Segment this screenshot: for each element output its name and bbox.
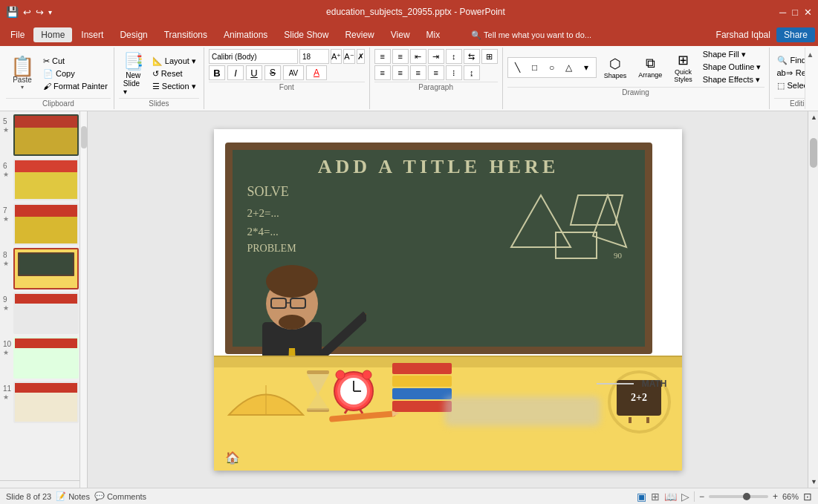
zoom-slider[interactable] xyxy=(709,495,768,498)
slide-thumb-11[interactable]: 11 ★ xyxy=(13,382,79,423)
left-scroll-thumb[interactable] xyxy=(81,126,87,148)
menu-review[interactable]: Review xyxy=(337,27,381,42)
copy-button[interactable]: 📄 Copy xyxy=(40,68,111,79)
math-line xyxy=(597,383,634,384)
comments-button[interactable]: 💬 Comments xyxy=(94,491,146,501)
shape-icon-2[interactable]: □ xyxy=(527,59,543,76)
layout-button[interactable]: 📐 Layout ▾ xyxy=(149,56,199,67)
shape-icon-3[interactable]: ○ xyxy=(544,59,560,76)
menu-tell-me[interactable]: 🔍 Tell me what you want to do... xyxy=(464,28,599,42)
font-shrink-button[interactable]: A⁻ xyxy=(343,49,354,64)
close-icon[interactable]: ✕ xyxy=(804,7,812,18)
slideshow-btn[interactable]: ▷ xyxy=(681,491,689,503)
slides-group: 📑 New Slide ▾ 📐 Layout ▾ ↺ Reset ☰ Secti… xyxy=(114,48,204,109)
zoom-out-btn[interactable]: − xyxy=(699,491,704,502)
zoom-in-btn[interactable]: + xyxy=(773,491,778,502)
arrange-button[interactable]: ⧉ Arrange xyxy=(634,54,666,80)
app-title: education_subjects_20955.pptx - PowerPoi… xyxy=(52,7,779,17)
save-icon[interactable]: 💾 xyxy=(6,6,19,18)
quick-styles-button[interactable]: ⊞ Quick Styles xyxy=(669,50,697,85)
increase-indent-button[interactable]: ⇥ xyxy=(428,49,444,64)
select-button[interactable]: ⬚ Select ▾ xyxy=(774,80,805,91)
restore-icon[interactable]: □ xyxy=(792,7,798,18)
shape-icon-1[interactable]: ╲ xyxy=(510,59,526,76)
right-scroll-up[interactable]: ▲ xyxy=(808,111,818,123)
undo-icon[interactable]: ↩ xyxy=(23,7,31,18)
new-slide-button[interactable]: 📑 New Slide ▾ xyxy=(119,50,148,97)
minimize-icon[interactable]: ─ xyxy=(779,7,786,18)
shape-outline-button[interactable]: Shape Outline ▾ xyxy=(700,62,765,73)
paste-dropdown[interactable]: ▾ xyxy=(21,84,24,91)
italic-button[interactable]: I xyxy=(227,65,244,80)
columns-button[interactable]: ⫶ xyxy=(446,65,462,80)
menu-design[interactable]: Design xyxy=(112,27,155,42)
align-center-button[interactable]: ≡ xyxy=(392,65,409,80)
font-color-button[interactable]: A xyxy=(306,65,327,80)
paste-label: Paste xyxy=(13,76,32,84)
font-name-input[interactable] xyxy=(209,49,298,64)
convert-text-button[interactable]: ⇆ xyxy=(464,49,480,64)
slide-thumb-8[interactable]: 8 ★ xyxy=(13,248,79,289)
shape-fill-button[interactable]: Shape Fill ▾ xyxy=(700,49,765,60)
shape-effects-button[interactable]: Shape Effects ▾ xyxy=(700,74,765,85)
menu-file[interactable]: File xyxy=(3,27,32,42)
ribbon-collapse-btn[interactable]: ▲ xyxy=(805,50,815,59)
normal-view-btn[interactable]: ▣ xyxy=(637,491,646,503)
slide-thumb-7[interactable]: 7 ★ xyxy=(13,203,79,245)
line-spacing-button[interactable]: ↨ xyxy=(464,65,480,80)
menu-home[interactable]: Home xyxy=(33,27,72,42)
svg-point-26 xyxy=(336,370,345,379)
section-button[interactable]: ☰ Section ▾ xyxy=(149,81,199,92)
cut-button[interactable]: ✂ Cut xyxy=(40,56,111,67)
bold-button[interactable]: B xyxy=(209,65,225,80)
menu-transitions[interactable]: Transitions xyxy=(157,27,215,42)
font-size-input[interactable] xyxy=(299,49,329,64)
text-direction-button[interactable]: ↕ xyxy=(446,49,462,64)
right-scroll-down[interactable]: ▼ xyxy=(808,476,818,488)
menu-slideshow[interactable]: Slide Show xyxy=(276,27,336,42)
smartart-button[interactable]: ⊞ xyxy=(481,49,498,64)
menu-animations[interactable]: Animations xyxy=(216,27,275,42)
menu-insert[interactable]: Insert xyxy=(74,27,111,42)
paste-icon: 📋 xyxy=(10,56,34,76)
menu-view[interactable]: View xyxy=(383,27,418,42)
char-spacing-button[interactable]: AV xyxy=(283,65,304,80)
zoom-slider-thumb[interactable] xyxy=(743,493,750,500)
decrease-indent-button[interactable]: ⇤ xyxy=(410,49,426,64)
slide-thumb-6[interactable]: 6 ★ xyxy=(13,159,79,200)
fit-slide-btn[interactable]: ⊡ xyxy=(803,491,812,503)
shape-icon-4[interactable]: △ xyxy=(561,59,577,76)
notes-label: Notes xyxy=(68,492,90,501)
menu-mix[interactable]: Mix xyxy=(419,27,448,42)
shapes-more[interactable]: ▾ xyxy=(578,59,594,76)
find-button[interactable]: 🔍 Find xyxy=(774,55,805,66)
shapes-button[interactable]: ⬡ Shapes xyxy=(600,54,632,81)
slide-thumb-10[interactable]: 10 ★ xyxy=(13,337,79,379)
svg-rect-17 xyxy=(307,370,329,374)
notes-button[interactable]: 📝 Notes xyxy=(56,491,90,501)
format-painter-button[interactable]: 🖌 Format Painter xyxy=(40,81,111,91)
bullets-button[interactable]: ≡ xyxy=(374,49,391,64)
status-right: ▣ ⊞ 📖 ▷ − + 66% ⊡ xyxy=(637,491,812,503)
slide-thumb-5[interactable]: 5 ★ xyxy=(13,114,79,156)
slide-thumb-9[interactable]: 9 ★ xyxy=(13,292,79,334)
slide-num-8: 8 xyxy=(3,251,7,259)
align-left-button[interactable]: ≡ xyxy=(374,65,391,80)
reset-button[interactable]: ↺ Reset xyxy=(149,68,199,79)
svg-marker-0 xyxy=(511,195,571,247)
share-button[interactable]: Share xyxy=(776,27,815,42)
right-scroll-thumb[interactable] xyxy=(810,138,817,168)
underline-button[interactable]: U xyxy=(246,65,262,80)
strikethrough-button[interactable]: S xyxy=(264,65,281,80)
justify-button[interactable]: ≡ xyxy=(428,65,444,80)
paste-button[interactable]: 📋 Paste ▾ xyxy=(6,49,39,98)
slide-sorter-btn[interactable]: ⊞ xyxy=(651,491,660,503)
slide-canvas[interactable]: ADD A TITLE HERE SOLVE 2+2=... 2*4=... P… xyxy=(214,129,682,471)
clear-format-button[interactable]: ✗ xyxy=(357,49,365,64)
replace-button[interactable]: ab⇒ Replace xyxy=(774,68,805,79)
align-right-button[interactable]: ≡ xyxy=(410,65,426,80)
redo-icon[interactable]: ↪ xyxy=(36,7,44,18)
font-grow-button[interactable]: A⁺ xyxy=(331,49,342,64)
numbered-button[interactable]: ≡ xyxy=(392,49,409,64)
reading-view-btn[interactable]: 📖 xyxy=(664,491,677,503)
